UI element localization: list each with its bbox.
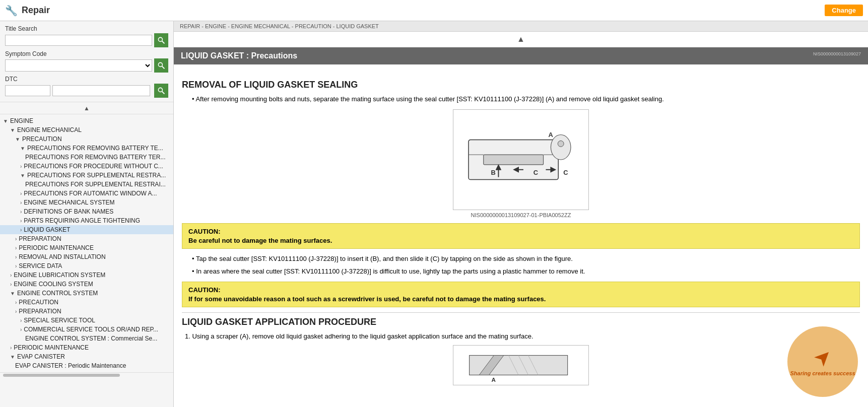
nav-item-eng-mech-system[interactable]: › ENGINE MECHANICAL SYSTEM <box>0 198 173 207</box>
svg-point-4 <box>158 88 162 92</box>
change-button[interactable]: Change <box>825 5 863 16</box>
nav-item-ecs-precaution[interactable]: › PRECAUTION <box>0 298 173 307</box>
title-search-button[interactable] <box>154 33 168 47</box>
arrow-icon: › <box>20 227 22 233</box>
search-icon-3 <box>157 87 165 95</box>
search-icon-2 <box>157 61 165 70</box>
dtc-input2[interactable] <box>52 85 150 96</box>
nav-item-ecs-commercial[interactable]: ENGINE CONTROL SYSTEM : Commercial Se... <box>0 334 173 343</box>
title-search-input[interactable] <box>5 35 152 46</box>
h2-application: LIQUID GASKET APPLICATION PROCEDURE <box>182 312 860 327</box>
bottom-diagram: A <box>182 345 860 385</box>
nav-item-special-service-tool[interactable]: › SPECIAL SERVICE TOOL <box>0 316 173 325</box>
symptom-code-label: Symptom Code <box>5 50 168 57</box>
watermark: ➤ Sharing creates success <box>787 326 858 397</box>
diagram-caption: NIS0000000013109027-01-PBIA0052ZZ <box>182 212 860 218</box>
nav-item-precaution-battery1[interactable]: ▼ PRECAUTIONS FOR REMOVING BATTERY TE... <box>0 144 173 153</box>
app-title: Repair <box>22 5 825 16</box>
watermark-text: Sharing creates success <box>790 370 855 376</box>
nav-item-engine-mechanical[interactable]: ▼ ENGINE MECHANICAL <box>0 125 173 134</box>
scroll-up-button[interactable]: ▲ <box>174 32 868 47</box>
seal-cutter-diagram: A B C C <box>453 109 589 210</box>
breadcrumb: REPAIR - ENGINE - ENGINE MECHANICAL - PR… <box>174 21 868 32</box>
numbered-item-1: 1. Using a scraper (A), remove old liqui… <box>185 331 860 342</box>
content-area: ▲ NIS0000000013109027 LIQUID GASKET : Pr… <box>174 32 868 407</box>
nav-item-precaution-supplement2[interactable]: PRECAUTIONS FOR SUPPLEMENTAL RESTRAI... <box>0 180 173 189</box>
sidebar-collapse-button[interactable]: ▲ <box>0 102 173 114</box>
scroll-indicator <box>0 372 173 378</box>
arrow-icon: ▼ <box>20 173 25 178</box>
nav-item-evap-canister[interactable]: ▼ EVAP CANISTER <box>0 352 173 361</box>
arrow-icon: › <box>15 236 17 242</box>
bullet-2: Tap the seal cutter [SST: KV10111100 (J-… <box>192 254 860 264</box>
nav-item-angle-tightening[interactable]: › PARTS REQUIRING ANGLE TIGHTENING <box>0 216 173 225</box>
caution-box-2: CAUTION: If for some unavoidable reason … <box>182 282 860 307</box>
symptom-code-select[interactable] <box>5 59 152 72</box>
dtc-label: DTC <box>5 76 168 83</box>
nav-item-precaution-battery2[interactable]: PRECAUTIONS FOR REMOVING BATTERY TER... <box>0 153 173 162</box>
nav-item-precaution[interactable]: ▼ PRECAUTION <box>0 134 173 144</box>
arrow-icon: › <box>10 282 12 287</box>
arrow-icon: › <box>10 273 12 278</box>
nav-item-liquid-gasket[interactable]: › LIQUID GASKET <box>0 225 173 234</box>
watermark-arrow: ➤ <box>810 345 836 371</box>
caution-2-title: CAUTION: <box>188 286 853 294</box>
arrow-icon: › <box>20 191 22 196</box>
arrow-icon: › <box>15 300 17 305</box>
nav-item-precaution-window[interactable]: › PRECAUTIONS FOR AUTOMATIC WINDOW A... <box>0 189 173 198</box>
nav-item-engine-lube[interactable]: › ENGINE LUBRICATION SYSTEM <box>0 270 173 280</box>
svg-line-3 <box>162 66 165 69</box>
bullet-3: In areas where the seal cutter [SST: KV1… <box>192 266 860 277</box>
arrow-icon: ▼ <box>20 146 25 151</box>
section-id: NIS0000000013109027 <box>813 51 861 56</box>
arrow-icon: › <box>15 309 17 314</box>
dtc-input1[interactable] <box>5 85 50 96</box>
nav-item-service-data[interactable]: › SERVICE DATA <box>0 261 173 270</box>
svg-text:A: A <box>548 131 553 139</box>
svg-line-5 <box>162 92 165 94</box>
diagram-container: A B C C <box>182 109 860 218</box>
topbar: 🔧 Repair Change <box>0 0 868 21</box>
caution-box-1: CAUTION: Be careful not to damage the ma… <box>182 223 860 249</box>
arrow-icon: ▼ <box>10 354 15 360</box>
nav-item-bank-names[interactable]: › DEFINITIONS OF BANK NAMES <box>0 207 173 216</box>
svg-text:A: A <box>492 376 496 383</box>
arrow-icon: › <box>20 318 22 323</box>
svg-text:C: C <box>563 168 568 176</box>
nav-item-periodic-maint[interactable]: › PERIODIC MAINTENANCE <box>0 243 173 252</box>
h2-removal: REMOVAL OF LIQUID GASKET SEALING <box>182 76 860 90</box>
section-title: LIQUID GASKET : Precautions <box>181 51 297 60</box>
nav-item-engine-control[interactable]: ▼ ENGINE CONTROL SYSTEM <box>0 289 173 298</box>
nav-item-removal-installation[interactable]: › REMOVAL AND INSTALLATION <box>0 252 173 261</box>
nav-item-ecs-preparation[interactable]: › PREPARATION <box>0 307 173 316</box>
collapse-arrow-icon: ▲ <box>84 105 90 112</box>
arrow-icon: ▼ <box>15 137 20 142</box>
symptom-search-button[interactable] <box>154 58 168 73</box>
nav-item-preparation[interactable]: › PREPARATION <box>0 234 173 243</box>
arrow-icon: › <box>15 254 17 260</box>
arrow-icon: › <box>10 345 12 351</box>
svg-point-2 <box>158 62 162 66</box>
nav-item-engine[interactable]: ▼ ENGINE <box>0 116 173 125</box>
svg-rect-7 <box>484 155 544 165</box>
arrow-icon: › <box>20 200 22 206</box>
arrow-icon: › <box>20 164 22 169</box>
nav-item-periodic-maint2[interactable]: › PERIODIC MAINTENANCE <box>0 343 173 352</box>
app-icon: 🔧 <box>5 5 18 17</box>
dtc-search-button[interactable] <box>154 84 168 98</box>
nav-item-engine-cooling[interactable]: › ENGINE COOLING SYSTEM <box>0 280 173 289</box>
search-panel: Title Search Symptom Code DTC <box>0 21 173 102</box>
nav-item-precaution-supplement1[interactable]: ▼ PRECAUTIONS FOR SUPPLEMENTAL RESTRA... <box>0 171 173 180</box>
title-search-label: Title Search <box>5 25 168 32</box>
arrow-icon: ▼ <box>10 127 15 133</box>
nav-item-evap-canister-periodic[interactable]: EVAP CANISTER : Periodic Maintenance <box>0 361 173 370</box>
nav-item-commercial-service-tools[interactable]: › COMMERCIAL SERVICE TOOLS OR/AND REP... <box>0 325 173 334</box>
scraper-diagram: A <box>453 345 589 385</box>
caution-1-title: CAUTION: <box>188 228 853 235</box>
nav-item-precaution-procedure[interactable]: › PRECAUTIONS FOR PROCEDURE WITHOUT C... <box>0 162 173 171</box>
caution-2-text: If for some unavoidable reason a tool su… <box>188 295 853 303</box>
arrow-icon: ▼ <box>3 118 8 124</box>
arrow-icon: › <box>15 263 17 269</box>
svg-text:B: B <box>491 168 496 176</box>
arrow-icon: ▼ <box>10 291 15 296</box>
